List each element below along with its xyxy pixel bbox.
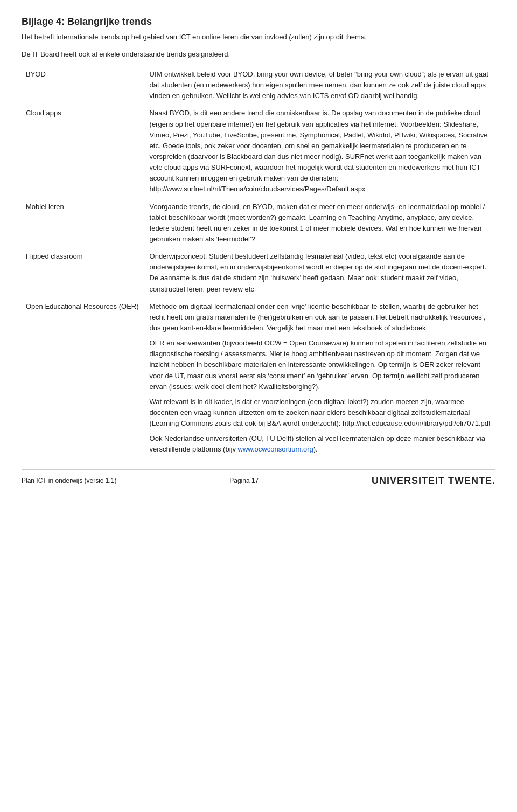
footer-right: UNIVERSITEIT TWENTE. [372,475,495,487]
oer-para-4: Ook Nederlandse universiteiten (OU, TU D… [150,433,491,455]
table-row: Flipped classroom Onderwijsconcept. Stud… [22,248,495,298]
ocwconsortium-link[interactable]: www.ocwconsortium.org [238,445,313,453]
page-title: Bijlage 4: Belangrijke trends [22,16,495,27]
label-byod: BYOD [22,66,145,105]
label-mobiel-leren: Mobiel leren [22,198,145,248]
footer-left: Plan ICT in onderwijs (versie 1.1) [22,477,117,484]
content-flipped-classroom: Onderwijsconcept. Student bestudeert zel… [145,248,495,298]
page-footer: Plan ICT in onderwijs (versie 1.1) Pagin… [22,469,495,487]
intro-line1: Het betreft internationale trends op het… [22,32,495,43]
table-row-oer: Open Educational Resources (OER) Methode… [22,298,495,459]
content-byod: UIM ontwikkelt beleid voor BYOD, bring y… [145,66,495,105]
intro-line2: De IT Board heeft ook al enkele ondersta… [22,49,495,60]
content-oer: Methode om digitaal leermateriaal onder … [145,298,495,459]
oer-para-2: OER en aanverwanten (bijvoorbeeld OCW = … [150,338,491,392]
oer-para-3: Wat relevant is in dit kader, is dat er … [150,397,491,429]
table-row: Mobiel leren Voorgaande trends, de cloud… [22,198,495,248]
oer-para-1: Methode om digitaal leermateriaal onder … [150,301,491,334]
label-flipped-classroom: Flipped classroom [22,248,145,298]
table-row: BYOD UIM ontwikkelt beleid voor BYOD, br… [22,66,495,105]
content-table: BYOD UIM ontwikkelt beleid voor BYOD, br… [22,66,495,459]
footer-center: Pagina 17 [229,477,258,484]
label-oer: Open Educational Resources (OER) [22,298,145,459]
oer-para-4-end: ). [313,445,318,453]
content-cloud-apps: Naast BYOD, is dit een andere trend die … [145,105,495,198]
content-mobiel-leren: Voorgaande trends, de cloud, en BYOD, ma… [145,198,495,248]
table-row: Cloud apps Naast BYOD, is dit een andere… [22,105,495,198]
label-cloud-apps: Cloud apps [22,105,145,198]
